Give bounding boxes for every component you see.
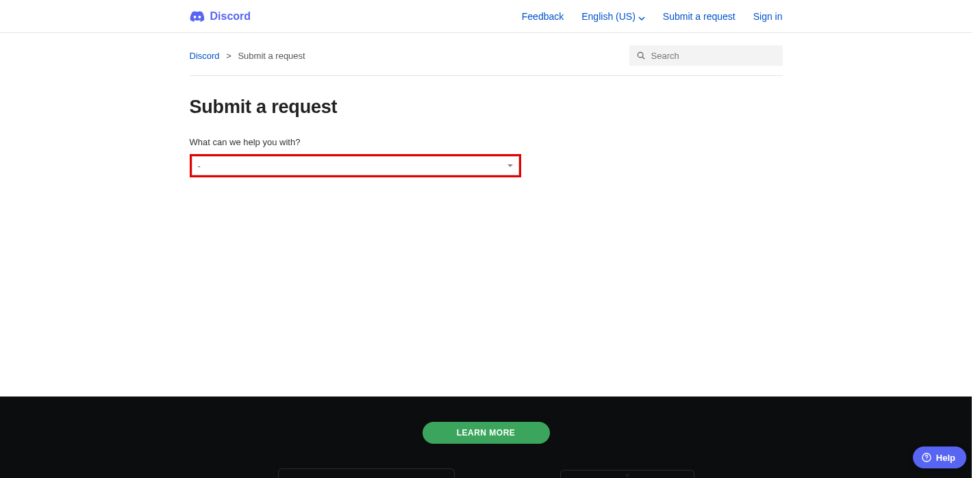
svg-line-1	[642, 57, 644, 59]
promo-footer: LEARN MORE	[0, 397, 972, 478]
nav-language[interactable]: English (US)	[581, 11, 645, 22]
svg-point-0	[638, 52, 643, 58]
search-icon	[636, 51, 646, 60]
chevron-down-icon	[638, 13, 645, 20]
discord-icon	[190, 11, 205, 22]
top-nav: Feedback English (US) Submit a request S…	[522, 11, 783, 22]
breadcrumb: Discord > Submit a request	[190, 51, 305, 61]
tablet-outline	[560, 470, 694, 478]
help-select-value: -	[198, 161, 201, 171]
learn-more-button[interactable]: LEARN MORE	[423, 422, 550, 444]
page-title: Submit a request	[190, 97, 783, 118]
breadcrumb-sep: >	[226, 51, 231, 61]
subheader: Discord > Submit a request	[190, 33, 783, 76]
laptop-outline	[278, 468, 455, 478]
help-field-label: What can we help you with?	[190, 137, 783, 147]
site-header: Discord Feedback English (US) Submit a r…	[0, 0, 972, 33]
nav-signin[interactable]: Sign in	[753, 11, 783, 22]
help-select[interactable]: -	[192, 156, 519, 175]
brand-name: Discord	[210, 10, 251, 23]
nav-feedback[interactable]: Feedback	[522, 11, 564, 22]
caret-down-icon	[507, 164, 513, 167]
help-icon	[921, 452, 932, 463]
breadcrumb-root[interactable]: Discord	[190, 51, 220, 61]
main-content: Submit a request What can we help you wi…	[190, 76, 783, 177]
svg-point-3	[926, 460, 927, 460]
search-input[interactable]	[651, 51, 776, 61]
help-select-highlight: -	[190, 154, 521, 177]
brand-logo[interactable]: Discord	[190, 10, 251, 23]
nav-submit-request[interactable]: Submit a request	[663, 11, 736, 22]
device-illustration	[0, 468, 972, 478]
search-box[interactable]	[629, 45, 783, 66]
breadcrumb-current: Submit a request	[238, 51, 305, 61]
nav-language-label: English (US)	[581, 11, 636, 22]
help-label: Help	[936, 453, 955, 463]
help-widget-button[interactable]: Help	[913, 446, 966, 468]
